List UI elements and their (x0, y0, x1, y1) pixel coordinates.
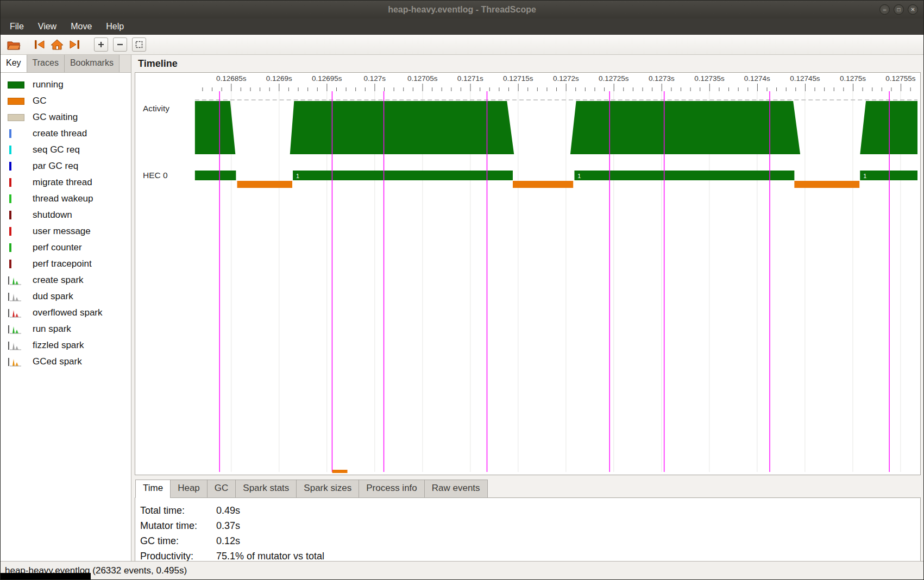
zoom-fit-button[interactable] (132, 37, 146, 52)
bottom-tabs: TimeHeapGCSpark statsSpark sizesProcess … (135, 480, 921, 498)
menu-help[interactable]: Help (99, 20, 131, 34)
summary-value: 75.1% of mutator vs total (216, 551, 324, 562)
legend-tick-icon (8, 243, 33, 252)
axis-tick-label: 0.1275s (840, 74, 866, 83)
legend-item-overflowed-spark: overflowed spark (1, 305, 131, 321)
tab-key[interactable]: Key (1, 55, 27, 72)
jump-end-button[interactable] (66, 36, 83, 53)
legend-label: dud spark (33, 291, 73, 302)
axis-tick-label: 0.12695s (312, 74, 342, 83)
timeline-svg[interactable]: 0.12685s0.1269s0.12695s0.127s0.12705s0.1… (135, 73, 920, 475)
minimize-button[interactable]: ‒ (879, 4, 890, 15)
axis-tick-label: 0.1271s (457, 74, 483, 83)
axis-tick-label: 0.12745s (790, 74, 820, 83)
legend-spark-icon (8, 325, 33, 334)
open-button[interactable] (5, 36, 22, 53)
legend-spark-icon (8, 276, 33, 285)
legend-item-dud-spark: dud spark (1, 288, 131, 305)
legend-spark-icon (8, 341, 33, 350)
axis-tick-label: 0.1273s (649, 74, 675, 83)
legend-item-thread-wakeup: thread wakeup (1, 191, 131, 207)
threadscope-window: heap-heavy.eventlog - ThreadScope ‒□✕ Fi… (0, 0, 924, 580)
legend-tick-icon (8, 227, 33, 236)
gc-count-label: 1 (863, 173, 866, 179)
menu-file[interactable]: File (3, 20, 31, 34)
menubar: FileViewMoveHelp (1, 18, 923, 35)
legend-label: GC waiting (33, 112, 78, 123)
summary-label: Mutator time: (140, 520, 216, 532)
legend-label: create thread (33, 128, 87, 139)
tab-spark-sizes[interactable]: Spark sizes (296, 480, 359, 498)
legend-item-run-spark: run spark (1, 321, 131, 337)
jump-start-button[interactable] (31, 36, 48, 53)
maximize-button[interactable]: □ (894, 4, 904, 15)
timeline-header: Timeline (135, 55, 921, 72)
legend-bar-icon (8, 114, 33, 121)
summary-value: 0.49s (216, 505, 240, 516)
legend-label: user message (33, 226, 91, 237)
summary-label: Total time: (140, 505, 216, 516)
legend-item-gc-waiting: GC waiting (1, 109, 131, 125)
window-title: heap-heavy.eventlog - ThreadScope (388, 5, 536, 15)
legend-bar-icon (8, 98, 33, 105)
tab-heap[interactable]: Heap (170, 480, 208, 498)
axis-tick-label: 0.1272s (553, 74, 579, 83)
hec0-running-segment (195, 171, 236, 180)
legend-label: thread wakeup (33, 193, 93, 204)
legend-label: seq GC req (33, 144, 80, 155)
titlebar[interactable]: heap-heavy.eventlog - ThreadScope ‒□✕ (1, 1, 923, 18)
legend-item-seq-gc-req: seq GC req (1, 142, 131, 158)
sidebar-tabs: KeyTracesBookmarks (1, 55, 131, 73)
tab-spark-stats[interactable]: Spark stats (235, 480, 297, 498)
legend-item-perf-tracepoint: perf tracepoint (1, 256, 131, 272)
legend-spark-icon (8, 308, 33, 318)
summary-row-gc-time: GC time:0.12s (140, 533, 920, 549)
hec0-running-segment (293, 171, 513, 180)
hec0-gc-segment (794, 181, 859, 188)
tab-raw-events[interactable]: Raw events (424, 480, 488, 498)
gc-count-label: 1 (577, 173, 581, 179)
gc-count-label: 1 (296, 173, 299, 179)
menu-view[interactable]: View (31, 20, 64, 34)
legend-item-create-thread: create thread (1, 125, 131, 142)
legend-spark-icon (8, 292, 33, 301)
zoom-out-button[interactable] (113, 37, 127, 52)
zoom-in-icon (97, 41, 105, 48)
summary-value: 0.37s (216, 520, 240, 532)
zoom-fit-icon (135, 41, 143, 48)
tab-gc[interactable]: GC (207, 480, 236, 498)
home-icon (51, 39, 64, 51)
legend-tick-icon (8, 260, 33, 268)
legend-tick-icon (8, 129, 33, 138)
timeline-canvas[interactable]: 0.12685s0.1269s0.12695s0.127s0.12705s0.1… (135, 72, 921, 475)
summary-label: Productivity: (140, 551, 216, 562)
partial-row-gc-segment (332, 470, 348, 473)
legend-item-shutdown: shutdown (1, 207, 131, 223)
legend-tick-icon (8, 178, 33, 187)
summary-label: GC time: (140, 535, 216, 547)
legend-label: run spark (33, 324, 71, 335)
legend-label: GC (33, 96, 47, 106)
toolbar (1, 35, 923, 55)
summary-panel: Total time:0.49sMutator time:0.37sGC tim… (135, 497, 921, 564)
zoom-in-button[interactable] (94, 37, 108, 52)
summary-row-total-time: Total time:0.49s (140, 503, 920, 518)
arrow-bar-left-icon (33, 39, 46, 51)
close-button[interactable]: ✕ (908, 4, 918, 15)
home-button[interactable] (48, 36, 66, 53)
legend-label: shutdown (33, 210, 72, 220)
window-controls: ‒□✕ (879, 4, 918, 15)
legend-item-fizzled-spark: fizzled spark (1, 337, 131, 354)
menu-move[interactable]: Move (64, 20, 99, 34)
legend-item-perf-counter: perf counter (1, 239, 131, 256)
tab-bookmarks[interactable]: Bookmarks (65, 55, 120, 72)
summary-value: 0.12s (216, 535, 240, 547)
axis-tick-label: 0.12725s (599, 74, 629, 83)
tab-traces[interactable]: Traces (27, 55, 65, 72)
statusbar: heap-heavy.eventlog (26332 events, 0.495… (1, 561, 923, 579)
tab-process-info[interactable]: Process info (359, 480, 425, 498)
row-label-hec0: HEC 0 (143, 171, 168, 180)
legend-item-par-gc-req: par GC req (1, 158, 131, 174)
legend-spark-icon (8, 357, 33, 367)
tab-time[interactable]: Time (135, 480, 171, 498)
